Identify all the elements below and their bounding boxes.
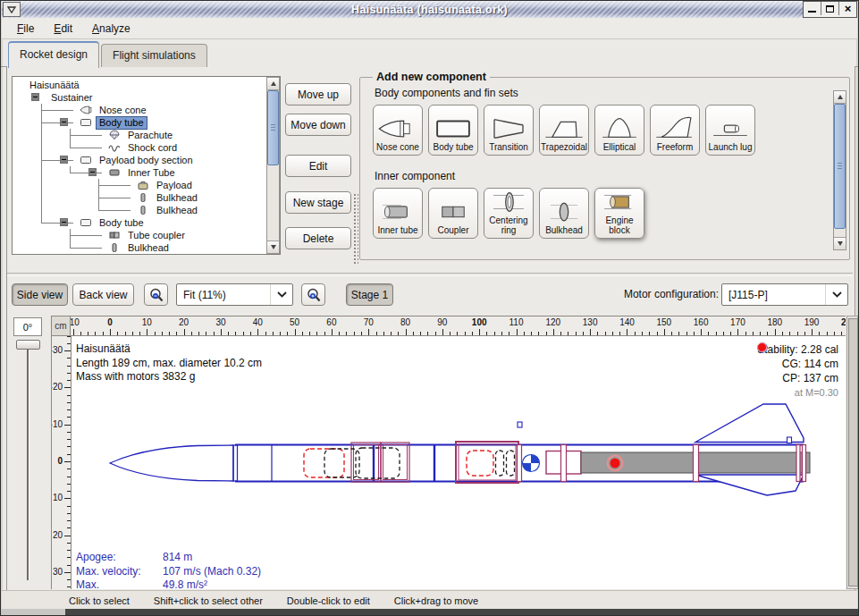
nose-cone-outline[interactable] — [110, 445, 238, 481]
close-icon: × — [845, 3, 852, 14]
tree-row[interactable]: Bulkhead — [13, 241, 265, 254]
chevron-down-icon — [270, 284, 292, 305]
new-stage-button[interactable]: New stage — [285, 191, 351, 214]
flight-stat-label: Max. acceleration: — [76, 578, 163, 589]
move-down-button[interactable]: Move down — [285, 114, 351, 136]
pane-divider[interactable] — [7, 273, 853, 276]
parachute-marker[interactable] — [304, 449, 493, 477]
tree-row[interactable]: Parachute — [13, 129, 265, 141]
add-body-tube-button[interactable]: Body tube — [428, 105, 478, 156]
component-button-label: Bulkhead — [545, 226, 583, 236]
window-menu-button[interactable] — [3, 2, 21, 17]
ruler-label: 180 — [767, 317, 782, 327]
tree-row[interactable]: Sustainer — [13, 91, 265, 104]
group-label-body-components-and-fin-sets: Body components and fin sets — [375, 87, 837, 99]
tree-row[interactable]: Payload — [13, 179, 265, 191]
tree-row[interactable]: Shock cord — [13, 141, 265, 154]
stage-1-toggle[interactable]: Stage 1 — [346, 283, 393, 306]
tree-row[interactable]: Haisunäätä — [13, 79, 265, 91]
rotation-slider-handle[interactable] — [16, 340, 40, 350]
delete-button[interactable]: Delete — [285, 227, 351, 249]
move-up-button[interactable]: Move up — [285, 83, 351, 105]
component-scrollbar[interactable] — [833, 90, 846, 250]
tree-row[interactable]: Payload body section — [13, 154, 265, 166]
tree-expander-icon[interactable] — [60, 156, 68, 164]
vertical-ruler: -30-20-100102030 — [51, 336, 71, 589]
rocket-canvas[interactable]: HaisunäätäLength 189 cm, max. diameter 1… — [71, 336, 846, 589]
add-trapezoidal-button[interactable]: Trapezoidal — [539, 105, 589, 156]
zoom-level-select[interactable]: Fit (11%) — [176, 283, 293, 306]
scroll-up-arrow[interactable] — [267, 78, 279, 90]
add-bulkhead-button[interactable]: Bulkhead — [539, 188, 589, 239]
maximize-button[interactable] — [821, 2, 839, 15]
add-nose-cone-button[interactable]: Nose cone — [373, 105, 423, 156]
tree-row[interactable]: Inner Tube — [13, 166, 265, 179]
tree-expander-icon[interactable] — [60, 218, 68, 226]
flight-stat-row: Max. velocity:107 m/s (Mach 0.32) — [76, 565, 261, 579]
zoom-in-button[interactable] — [301, 283, 325, 306]
tab-flight-simulations[interactable]: Flight simulations — [101, 44, 207, 67]
add-centering-ring-button[interactable]: Centering ring — [484, 188, 534, 239]
scroll-down-arrow[interactable] — [267, 240, 279, 253]
tree-row[interactable]: Tube coupler — [13, 229, 265, 241]
tree-scrollbar[interactable] — [266, 77, 280, 254]
tree-scroll-thumb[interactable] — [267, 90, 279, 165]
side-view-button[interactable]: Side view — [12, 283, 68, 306]
component-button-label: Launch lug — [709, 143, 753, 153]
motor-configuration-label: Motor configuration: — [501, 288, 719, 300]
menu-file[interactable]: File — [7, 20, 44, 38]
add-freeform-button[interactable]: Freeform — [650, 105, 700, 156]
add-coupler-button[interactable]: Coupler — [428, 188, 478, 239]
shock-cord-marker[interactable] — [324, 449, 515, 477]
body-tube-icon — [430, 114, 476, 143]
title-bar[interactable]: Haisunääta (haisunaata.ork) × — [2, 1, 857, 18]
add-launch-lug-button[interactable]: Launch lug — [705, 105, 755, 156]
add-inner-tube-button[interactable]: Inner tube — [373, 188, 423, 239]
flight-summary: Apogee:814 mMax. velocity:107 m/s (Mach … — [76, 551, 261, 589]
tree-row[interactable]: Nose cone — [13, 104, 265, 116]
ruler-label: 0 — [107, 317, 113, 327]
back-view-button[interactable]: Back view — [72, 283, 134, 306]
rocket-info-line: Haisunäätä — [76, 342, 262, 357]
ruler-label: 50 — [290, 317, 299, 327]
tree-label-inner-tube: Inner Tube — [125, 167, 178, 179]
add-engine-block-button[interactable]: Engine block — [594, 188, 644, 239]
tree-row[interactable]: Body tube — [13, 116, 265, 129]
close-button[interactable]: × — [839, 2, 856, 15]
scroll-down-arrow[interactable] — [834, 237, 846, 249]
edit-button[interactable]: Edit — [285, 155, 351, 177]
canvas-scroll-thumb[interactable] — [848, 318, 858, 586]
tree-row[interactable]: Bulkhead — [13, 191, 265, 204]
ruler-label: 90 — [437, 317, 447, 327]
menu-edit[interactable]: Edit — [44, 20, 82, 38]
splitter-handle[interactable] — [353, 193, 358, 265]
payload-marker[interactable] — [356, 448, 400, 478]
tree-expander-icon[interactable] — [31, 93, 39, 101]
canvas-scrollbar[interactable] — [846, 316, 858, 589]
add-component-title: Add new component — [373, 71, 490, 83]
motor-configuration-select[interactable]: [J115-P] — [721, 283, 848, 306]
tree-expander-icon[interactable] — [60, 118, 68, 126]
add-elliptical-button[interactable]: Elliptical — [594, 105, 644, 156]
body-tube-icon — [77, 117, 95, 128]
component-button-label: Trapezoidal — [541, 143, 587, 153]
flight-stat-value: 49.8 m/s² — [163, 578, 207, 589]
tree-expander-icon[interactable] — [88, 168, 97, 176]
zoom-out-button[interactable] — [144, 283, 168, 306]
tree-row[interactable]: Bulkhead — [13, 204, 265, 216]
ruler-label: -10 — [71, 317, 80, 327]
rotation-slider-track[interactable] — [27, 344, 29, 580]
inner-tube-icon — [375, 198, 421, 226]
tree-label-tube-coupler: Tube coupler — [125, 230, 188, 241]
tree-label-payload: Payload — [154, 180, 195, 191]
tab-rocket-design[interactable]: Rocket design — [8, 41, 99, 68]
flight-stat-value: 107 m/s (Mach 0.32) — [163, 565, 261, 579]
minimize-button[interactable] — [804, 2, 821, 15]
add-transition-button[interactable]: Transition — [484, 105, 534, 156]
component-scroll-thumb[interactable] — [834, 104, 846, 229]
tube-coupler-outline[interactable] — [456, 442, 522, 483]
menu-analyze[interactable]: Analyze — [82, 20, 140, 38]
scroll-up-arrow[interactable] — [834, 91, 846, 104]
motor-mount-tube[interactable] — [546, 445, 581, 482]
tree-row[interactable]: Body tube — [13, 216, 265, 229]
